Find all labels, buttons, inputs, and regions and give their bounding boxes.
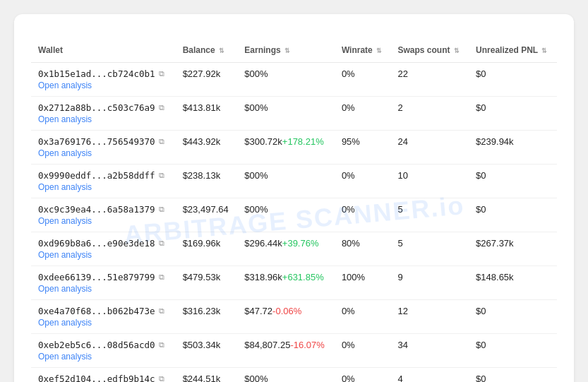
copy-icon[interactable]: ⧉ bbox=[159, 103, 164, 112]
open-analysis-link[interactable]: Open analysis bbox=[38, 182, 169, 192]
open-analysis-link[interactable]: Open analysis bbox=[38, 250, 169, 260]
wallet-address: 0x2712a88b...c503c76a9 bbox=[38, 102, 155, 113]
balance-cell: $479.53k bbox=[176, 266, 238, 300]
table-row: 0xef52d104...edfb9b14c ⧉ Open analysis $… bbox=[31, 368, 557, 383]
pnl-cell: $0 bbox=[469, 97, 557, 131]
col-swaps: Swaps count ⇅ bbox=[390, 40, 469, 63]
wallet-cell: 0xe4a70f68...b062b473e ⧉ Open analysis bbox=[31, 300, 176, 334]
wallet-cell: 0x3a769176...756549370 ⧉ Open analysis bbox=[31, 131, 176, 165]
winrate-cell: 0% bbox=[335, 63, 391, 97]
copy-icon[interactable]: ⧉ bbox=[159, 137, 164, 146]
wallet-address: 0x9990eddf...a2b58ddff bbox=[38, 170, 155, 181]
table-row: 0xc9c39ea4...6a58a1379 ⧉ Open analysis $… bbox=[31, 198, 557, 232]
swaps-cell: 24 bbox=[390, 131, 469, 165]
copy-icon[interactable]: ⧉ bbox=[159, 340, 164, 350]
table-row: 0xdee66139...51e879799 ⧉ Open analysis $… bbox=[31, 266, 557, 300]
wallet-cell: 0x2712a88b...c503c76a9 ⧉ Open analysis bbox=[31, 97, 176, 131]
winrate-cell: 95% bbox=[335, 131, 391, 165]
winrate-cell: 0% bbox=[335, 165, 391, 198]
wallet-cell: 0xef52d104...edfb9b14c ⧉ Open analysis bbox=[31, 368, 176, 383]
open-analysis-link[interactable]: Open analysis bbox=[38, 148, 169, 158]
pnl-cell: $0 bbox=[469, 300, 557, 334]
wallet-cell: 0xd969b8a6...e90e3de18 ⧉ Open analysis bbox=[31, 232, 176, 266]
earnings-value: $84,807.25 bbox=[244, 340, 290, 350]
wallet-address: 0x3a769176...756549370 bbox=[38, 136, 155, 147]
balance-cell: $169.96k bbox=[176, 232, 238, 266]
winrate-cell: 0% bbox=[335, 334, 391, 368]
pnl-cell: $148.65k bbox=[469, 266, 557, 300]
col-wallet: Wallet bbox=[31, 40, 176, 63]
open-analysis-link[interactable]: Open analysis bbox=[38, 80, 169, 90]
table-header-row: Wallet Balance ⇅ Earnings ⇅ Winrate ⇅ Sw… bbox=[31, 40, 557, 63]
wallets-container: ARBITRAGE SCANNER.io Wallet Balance ⇅ Ea… bbox=[14, 14, 574, 382]
balance-cell: $238.13k bbox=[176, 165, 238, 198]
table-row: 0x9990eddf...a2b58ddff ⧉ Open analysis $… bbox=[31, 165, 557, 198]
copy-icon[interactable]: ⧉ bbox=[159, 273, 164, 282]
col-pnl: Unrealized PNL ⇅ bbox=[469, 40, 557, 63]
pnl-cell: $267.37k bbox=[469, 232, 557, 266]
balance-cell: $227.92k bbox=[176, 63, 238, 97]
earnings-cell: $00% bbox=[237, 368, 335, 383]
swaps-cell: 4 bbox=[390, 368, 469, 383]
wallet-address: 0xd969b8a6...e90e3de18 bbox=[38, 238, 155, 249]
pnl-cell: $0 bbox=[469, 63, 557, 97]
wallet-cell: 0xc9c39ea4...6a58a1379 ⧉ Open analysis bbox=[31, 198, 176, 232]
swaps-cell: 5 bbox=[390, 232, 469, 266]
earnings-change: -0.06% bbox=[272, 306, 301, 316]
pnl-cell: $0 bbox=[469, 368, 557, 383]
copy-icon[interactable]: ⧉ bbox=[159, 239, 164, 248]
open-analysis-link[interactable]: Open analysis bbox=[38, 284, 169, 294]
earnings-cell: $300.72k+178.21% bbox=[237, 131, 335, 165]
earnings-cell: $00% bbox=[237, 63, 335, 97]
earnings-cell: $00% bbox=[237, 165, 335, 198]
earnings-cell: $47.72-0.06% bbox=[237, 300, 335, 334]
balance-cell: $23,497.64 bbox=[176, 198, 238, 232]
sort-icon-pnl[interactable]: ⇅ bbox=[541, 47, 547, 54]
earnings-change: +178.21% bbox=[282, 136, 324, 147]
earnings-cell: $296.44k+39.76% bbox=[237, 232, 335, 266]
earnings-cell: $318.96k+631.85% bbox=[237, 266, 335, 300]
pnl-cell: $0 bbox=[469, 334, 557, 368]
earnings-cell: $00% bbox=[237, 97, 335, 131]
wallet-cell: 0xdee66139...51e879799 ⧉ Open analysis bbox=[31, 266, 176, 300]
open-analysis-link[interactable]: Open analysis bbox=[38, 114, 169, 124]
wallet-cell: 0x1b15e1ad...cb724c0b1 ⧉ Open analysis bbox=[31, 63, 176, 97]
balance-cell: $316.23k bbox=[176, 300, 238, 334]
pnl-cell: $0 bbox=[469, 165, 557, 198]
earnings-cell: $84,807.25-16.07% bbox=[237, 334, 335, 368]
copy-icon[interactable]: ⧉ bbox=[159, 205, 164, 214]
earnings-value: $300.72k bbox=[244, 136, 282, 147]
wallet-address: 0xdee66139...51e879799 bbox=[38, 272, 155, 282]
copy-icon[interactable]: ⧉ bbox=[159, 171, 164, 180]
table-row: 0x1b15e1ad...cb724c0b1 ⧉ Open analysis $… bbox=[31, 63, 557, 97]
table-row: 0xd969b8a6...e90e3de18 ⧉ Open analysis $… bbox=[31, 232, 557, 266]
open-analysis-link[interactable]: Open analysis bbox=[38, 216, 169, 226]
earnings-change: +631.85% bbox=[282, 272, 324, 282]
winrate-cell: 80% bbox=[335, 232, 391, 266]
balance-cell: $413.81k bbox=[176, 97, 238, 131]
wallet-cell: 0xeb2eb5c6...08d56acd0 ⧉ Open analysis bbox=[31, 334, 176, 368]
copy-icon[interactable]: ⧉ bbox=[159, 69, 164, 78]
swaps-cell: 9 bbox=[390, 266, 469, 300]
winrate-cell: 0% bbox=[335, 97, 391, 131]
open-analysis-link[interactable]: Open analysis bbox=[38, 352, 169, 362]
earnings-value: $296.44k bbox=[244, 238, 282, 249]
wallet-address: 0xef52d104...edfb9b14c bbox=[38, 374, 155, 382]
sort-icon-winrate[interactable]: ⇅ bbox=[376, 47, 382, 54]
copy-icon[interactable]: ⧉ bbox=[159, 306, 164, 316]
winrate-cell: 0% bbox=[335, 198, 391, 232]
winrate-cell: 100% bbox=[335, 266, 391, 300]
swaps-cell: 34 bbox=[390, 334, 469, 368]
sort-icon-balance[interactable]: ⇅ bbox=[219, 47, 224, 54]
wallet-address: 0x1b15e1ad...cb724c0b1 bbox=[38, 68, 155, 79]
sort-icon-swaps[interactable]: ⇅ bbox=[454, 47, 460, 54]
copy-icon[interactable]: ⧉ bbox=[159, 374, 164, 382]
earnings-cell: $00% bbox=[237, 198, 335, 232]
winrate-cell: 0% bbox=[335, 368, 391, 383]
wallet-address: 0xc9c39ea4...6a58a1379 bbox=[38, 204, 155, 215]
earnings-value: $318.96k bbox=[244, 272, 282, 282]
open-analysis-link[interactable]: Open analysis bbox=[38, 318, 169, 328]
swaps-cell: 12 bbox=[390, 300, 469, 334]
sort-icon-earnings[interactable]: ⇅ bbox=[284, 47, 290, 54]
table-row: 0xeb2eb5c6...08d56acd0 ⧉ Open analysis $… bbox=[31, 334, 557, 368]
